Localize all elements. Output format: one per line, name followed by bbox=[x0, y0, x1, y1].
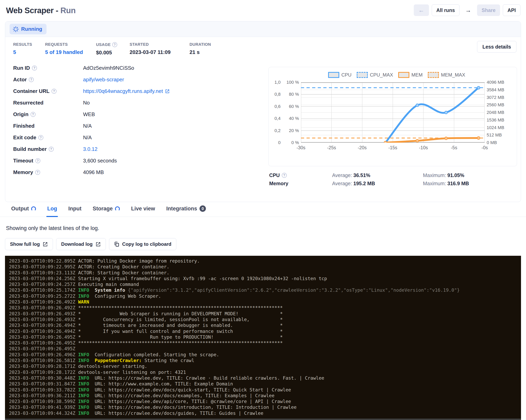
axis-tick-label: 0,4 bbox=[274, 116, 281, 121]
tab-live-view[interactable]: Live view bbox=[131, 205, 155, 217]
detail-label-run-id: Run ID? bbox=[13, 65, 83, 71]
tab-log[interactable]: Log bbox=[47, 205, 57, 217]
detail-value-container-url[interactable]: https://0q64wnacgyft.runs.apify.net bbox=[83, 88, 267, 94]
loading-arc-icon bbox=[115, 206, 120, 211]
stat-usage-label-text: USAGE bbox=[96, 42, 111, 47]
axis-tick-label: 0,8 bbox=[274, 92, 281, 97]
help-icon[interactable]: ? bbox=[282, 173, 287, 178]
axis-tick-label: 0,2 bbox=[274, 128, 281, 133]
help-icon[interactable]: ? bbox=[35, 170, 40, 175]
log-line: 2023-03-07T10:09:31.847Z INFO URL: http:… bbox=[9, 381, 521, 387]
prev-run-button[interactable]: ← bbox=[414, 4, 429, 16]
log-note: Showing only the latest lines of the log… bbox=[0, 217, 526, 231]
axis-tick-label: 20 % bbox=[289, 128, 299, 133]
detail-value-run-id: AdOz5evimh9NCiSSo bbox=[83, 65, 267, 71]
help-icon[interactable]: ? bbox=[38, 135, 43, 140]
run-details: Run ID? AdOz5evimh9NCiSSo Actor? apify/w… bbox=[13, 65, 267, 202]
log-actions: Show full log Download log Copy log to c… bbox=[0, 231, 526, 250]
stat-results: RESULTS 5 bbox=[13, 42, 45, 56]
arrow-left-icon: ← bbox=[418, 7, 424, 13]
log-line: 2023-03-07T10:09:22.995Z ACTOR: Creating… bbox=[9, 264, 521, 270]
x-axis: -30s-25s-20s-15s-10s-5s-0s bbox=[301, 145, 485, 152]
tab-storage[interactable]: Storage bbox=[93, 205, 120, 217]
stat-duration-label: DURATION bbox=[190, 42, 211, 47]
help-icon[interactable]: ? bbox=[112, 42, 117, 47]
axis-tick-label: -20s bbox=[358, 145, 367, 151]
stat-usage-label: USAGE ? bbox=[96, 42, 130, 47]
top-header: Web Scraper - Run ← All runs → Share API bbox=[0, 0, 526, 16]
stat-started-value: 2023-03-07 11:09 bbox=[130, 49, 190, 55]
detail-value-actor[interactable]: apify/web-scraper bbox=[83, 77, 267, 83]
help-icon[interactable]: ? bbox=[29, 77, 34, 82]
external-link-icon bbox=[165, 89, 170, 94]
next-run-button[interactable]: → bbox=[462, 4, 474, 16]
log-line: 2023-03-07T10:09:22.895Z ACTOR: Pulling … bbox=[9, 258, 521, 264]
log-terminal[interactable]: 2023-03-07T10:09:22.895Z ACTOR: Pulling … bbox=[5, 256, 521, 419]
usage-summary: CPU? Average: 36.51% Maximum: 91.05% Mem… bbox=[269, 173, 519, 186]
log-line: 2023-03-07T10:09:28.172Z devtools-server… bbox=[9, 369, 521, 375]
help-icon[interactable]: ? bbox=[32, 66, 37, 71]
detail-value-build-number[interactable]: 3.0.12 bbox=[83, 146, 267, 152]
page-title-main: Web Scraper - bbox=[6, 6, 58, 15]
axis-tick-label: 4096 MB bbox=[487, 80, 504, 85]
stat-requests-value[interactable]: 5 of 19 handled bbox=[45, 49, 96, 55]
log-line: 2023-03-07T10:09:26.494Z * If you want f… bbox=[9, 328, 521, 334]
stat-usage: USAGE ? $0.005 bbox=[96, 42, 130, 56]
help-icon[interactable]: ? bbox=[35, 158, 40, 163]
show-full-log-button[interactable]: Show full log bbox=[5, 238, 53, 250]
integrations-count-badge: 0 bbox=[200, 205, 206, 212]
axis-tick-label: 512 MB bbox=[487, 133, 502, 138]
detail-label-origin: Origin? bbox=[13, 111, 83, 117]
y-axis-decimal: 1,00,80,60,40,20 bbox=[270, 82, 283, 143]
axis-tick-label: 0 MB bbox=[487, 140, 497, 145]
download-log-button[interactable]: Download log bbox=[56, 238, 106, 250]
tab-integrations[interactable]: Integrations0 bbox=[166, 205, 206, 217]
axis-tick-label: 0 bbox=[278, 140, 281, 145]
all-runs-button[interactable]: All runs bbox=[432, 4, 459, 16]
detail-label-resurrected: Resurrected bbox=[13, 100, 83, 106]
log-line: 2023-03-07T10:09:24.257Z Executing main … bbox=[9, 282, 521, 287]
legend-cpu: CPU bbox=[328, 72, 352, 78]
help-icon[interactable]: ? bbox=[49, 147, 54, 152]
detail-value-resurrected: No bbox=[83, 100, 267, 106]
chart-legend: CPU CPU_MAX MEM MEM_MAX bbox=[269, 72, 517, 78]
log-horizontal-scrollbar[interactable] bbox=[5, 419, 521, 420]
detail-label-finished: Finished bbox=[13, 123, 83, 129]
status-band: Running bbox=[5, 21, 521, 37]
cpu-maximum: Maximum: 91.05% bbox=[423, 173, 519, 178]
arrow-right-icon: → bbox=[465, 7, 471, 13]
stat-duration-value: 21 s bbox=[190, 49, 211, 55]
page-title: Web Scraper - Run bbox=[6, 4, 76, 15]
axis-tick-label: 2048 MB bbox=[487, 110, 504, 115]
detail-label-memory: Memory? bbox=[13, 169, 83, 175]
axis-tick-label: 3072 MB bbox=[487, 95, 504, 100]
help-icon[interactable]: ? bbox=[30, 112, 36, 117]
legend-mem-max: MEM_MAX bbox=[428, 72, 465, 78]
external-link-icon bbox=[42, 242, 48, 247]
axis-tick-label: -30s bbox=[297, 145, 305, 151]
axis-tick-label: 1,0 bbox=[274, 80, 281, 85]
tab-output[interactable]: Output bbox=[11, 205, 36, 217]
stat-usage-value: $0.005 bbox=[96, 50, 130, 56]
api-button[interactable]: API bbox=[503, 4, 520, 16]
share-button[interactable]: Share bbox=[477, 4, 500, 16]
tab-input[interactable]: Input bbox=[68, 205, 81, 217]
log-line: 2023-03-07T10:09:33.782Z INFO URL: https… bbox=[9, 387, 521, 393]
stat-started: STARTED 2023-03-07 11:09 bbox=[130, 42, 190, 56]
axis-tick-label: 3584 MB bbox=[487, 87, 504, 92]
less-details-button[interactable]: Less details bbox=[477, 41, 516, 52]
axis-tick-label: -0s bbox=[481, 145, 488, 151]
stat-results-value[interactable]: 5 bbox=[13, 49, 45, 55]
copy-log-button[interactable]: Copy log to clipboard bbox=[109, 238, 177, 250]
log-line: 2023-03-07T10:09:36.211Z INFO URL: https… bbox=[9, 393, 521, 399]
log-line: 2023-03-07T10:09:26.492Z WARN bbox=[9, 299, 521, 305]
detail-label-actor: Actor? bbox=[13, 77, 83, 83]
axis-tick-label: 100 % bbox=[287, 80, 299, 85]
log-line: 2023-03-07T10:09:26.493Z * Concurrency i… bbox=[9, 317, 521, 322]
cpu-summary-label: CPU? bbox=[269, 173, 332, 178]
axis-tick-label: 1536 MB bbox=[487, 117, 504, 123]
log-line: 2023-03-07T10:09:25.174Z INFO System inf… bbox=[9, 287, 521, 293]
run-tabs: Output Log Input Storage Live view Integ… bbox=[0, 202, 526, 217]
status-badge: Running bbox=[10, 24, 47, 34]
help-icon[interactable]: ? bbox=[51, 89, 57, 94]
